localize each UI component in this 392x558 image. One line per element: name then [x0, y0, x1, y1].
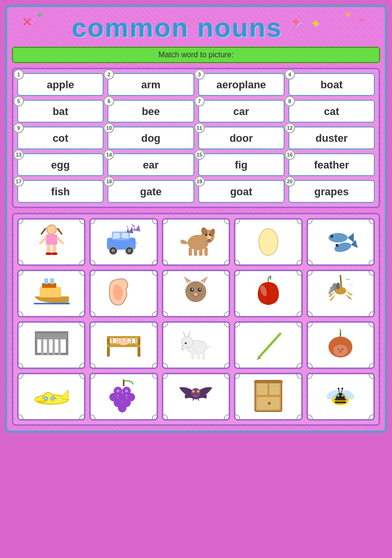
svg-rect-43	[44, 278, 48, 284]
word-label-10: dog	[141, 132, 160, 144]
svg-point-24	[207, 235, 211, 239]
corner-bl	[234, 363, 240, 369]
svg-point-38	[334, 241, 352, 254]
svg-rect-83	[130, 337, 132, 345]
svg-rect-12	[113, 233, 120, 239]
word-number-17: 17	[13, 176, 24, 187]
corner-br	[369, 414, 375, 421]
corner-tl	[307, 373, 313, 379]
corner-tl	[162, 270, 168, 276]
corner-tr	[152, 218, 158, 224]
corner-br	[224, 414, 230, 421]
word-number-15: 15	[194, 149, 205, 160]
svg-rect-32	[199, 247, 202, 256]
svg-rect-6	[47, 245, 51, 253]
word-label-4: boat	[320, 79, 342, 91]
svg-marker-19	[126, 225, 133, 233]
word-label-13: egg	[51, 159, 70, 171]
svg-rect-92	[191, 352, 194, 359]
svg-point-101	[341, 348, 343, 350]
word-label-3: aeroplane	[216, 79, 266, 91]
svg-line-4	[40, 238, 46, 244]
svg-rect-42	[42, 283, 56, 288]
corner-tr	[224, 270, 230, 276]
svg-point-26	[209, 234, 211, 236]
corner-tr	[79, 270, 85, 276]
svg-rect-7	[53, 245, 56, 253]
svg-rect-3	[46, 234, 57, 245]
picture-item-13	[162, 321, 230, 369]
word-label-20: grapes	[314, 186, 349, 198]
picture-content-11	[32, 324, 71, 366]
word-item-19: 19goat	[198, 180, 285, 203]
corner-tl	[234, 218, 240, 224]
corner-br	[152, 260, 158, 266]
word-label-8: cat	[324, 105, 339, 117]
corner-tr	[224, 373, 230, 379]
picture-content-8	[177, 273, 215, 315]
word-item-11: 11door	[198, 126, 285, 149]
picture-content-1	[32, 221, 71, 263]
word-number-12: 12	[285, 123, 295, 133]
corner-bl	[307, 363, 313, 369]
corner-br	[297, 363, 303, 369]
word-label-2: arm	[141, 79, 160, 91]
picture-item-12	[89, 321, 158, 369]
svg-point-115	[118, 404, 127, 412]
main-container: ✕ ✦ common nouns ✦ ✦ ✦ ✦ Match word to p…	[5, 5, 387, 433]
corner-tr	[369, 270, 375, 276]
svg-point-25	[205, 234, 207, 236]
word-item-12: 12duster	[288, 126, 375, 149]
svg-point-53	[192, 289, 193, 290]
word-label-6: bee	[142, 105, 160, 117]
word-item-15: 15fig	[198, 153, 285, 176]
corner-tr	[297, 373, 303, 379]
corner-tr	[152, 270, 158, 276]
corner-tr	[297, 270, 303, 276]
picture-item-17	[89, 373, 158, 421]
corner-tl	[89, 270, 95, 276]
corner-br	[224, 260, 230, 266]
word-item-1: 1apple	[17, 73, 104, 96]
corner-tl	[17, 270, 23, 276]
corner-bl	[162, 311, 168, 317]
corner-br	[79, 414, 85, 421]
corner-tl	[17, 218, 23, 224]
word-number-16: 16	[285, 149, 295, 160]
word-label-18: gate	[140, 186, 161, 198]
corner-tl	[162, 373, 168, 379]
corner-bl	[17, 363, 23, 369]
svg-point-46	[185, 281, 206, 302]
picture-content-7	[105, 273, 143, 315]
corner-br	[297, 414, 303, 421]
corner-tl	[307, 218, 313, 224]
corner-tr	[369, 321, 375, 327]
picture-item-6	[17, 270, 85, 317]
title-star-2: ✦	[311, 18, 320, 30]
title-text: common nouns	[72, 12, 282, 42]
svg-line-2	[57, 228, 62, 234]
picture-content-6	[32, 273, 71, 315]
corner-tl	[89, 321, 95, 327]
corner-bl	[89, 260, 95, 266]
corner-bl	[89, 311, 95, 317]
corner-tr	[297, 218, 303, 224]
corner-bl	[17, 414, 23, 421]
svg-rect-44	[50, 278, 54, 284]
corner-bl	[234, 414, 240, 421]
svg-point-118	[191, 388, 201, 398]
corner-tl	[162, 218, 168, 224]
picture-item-15	[307, 321, 375, 369]
corner-bl	[17, 260, 23, 266]
svg-rect-132	[335, 401, 346, 403]
svg-marker-96	[256, 358, 261, 360]
svg-line-95	[259, 334, 280, 358]
svg-point-15	[111, 249, 115, 253]
corner-bl	[162, 260, 168, 266]
svg-point-139	[338, 388, 339, 390]
corner-bl	[89, 363, 95, 369]
word-number-9: 9	[13, 123, 24, 133]
svg-marker-49	[185, 277, 190, 283]
word-label-19: goat	[230, 186, 252, 198]
corner-br	[224, 311, 230, 317]
